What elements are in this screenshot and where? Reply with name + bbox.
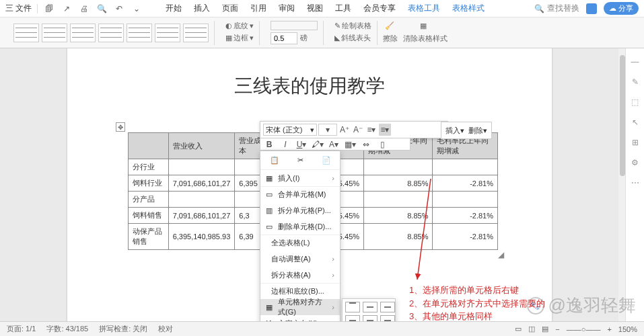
tool-text-icon[interactable]: ⊞ <box>630 137 641 148</box>
erase-button[interactable]: 🧹 擦除 <box>383 22 398 44</box>
ctx-insert[interactable]: ▦插入(I)› <box>260 170 340 186</box>
ctx-autofit[interactable]: 自动调整(A)› <box>260 251 340 267</box>
search-icon: 🔍 <box>534 4 544 13</box>
cut-icon[interactable]: ✂ <box>297 156 303 165</box>
view-mode-icon-3[interactable]: ▤ <box>542 325 548 333</box>
autofit-icon[interactable]: ⇔ <box>360 138 372 151</box>
print-icon[interactable]: 🖨 <box>78 3 90 15</box>
scrollbar-track[interactable] <box>618 48 625 321</box>
tab-3[interactable]: 引用 <box>250 3 266 14</box>
tool-select-icon[interactable]: ⬚ <box>630 97 641 108</box>
table-style-3[interactable] <box>70 24 96 42</box>
table-style-2[interactable] <box>42 24 67 42</box>
draw-table-button[interactable]: ✎ 绘制表格 <box>334 21 371 31</box>
tab-5[interactable]: 视图 <box>307 3 323 14</box>
table-resize-handle[interactable]: ◢ <box>498 250 506 258</box>
tab-0[interactable]: 开始 <box>166 3 182 14</box>
decrease-font-icon[interactable]: A⁻ <box>352 124 364 136</box>
watermark: 🐾 @逸羽轻舞 <box>527 294 636 317</box>
side-toolbar: — ✎ ⬚ ↖ ⊞ ⚙ ⋯ <box>625 48 644 321</box>
table-header[interactable] <box>129 133 169 159</box>
align-tr[interactable] <box>380 302 395 312</box>
tab-6[interactable]: 工具 <box>335 3 351 14</box>
ctx-delete-cell[interactable]: ▭删除单元格(D)... <box>260 218 340 235</box>
paste-icon[interactable]: 📄 <box>322 156 331 165</box>
shade-dropdown[interactable]: ◐ 底纹 ▾ <box>225 21 254 31</box>
file-menu[interactable]: 三 文件 <box>5 3 32 14</box>
tab-7[interactable]: 会员专享 <box>363 3 396 14</box>
line-style-dropdown[interactable] <box>271 21 318 30</box>
tab-9[interactable]: 表格样式 <box>452 3 485 14</box>
zoom-level[interactable]: 150% <box>618 325 637 333</box>
align-tc[interactable] <box>363 302 378 312</box>
tool-pencil-icon[interactable]: ✎ <box>630 77 641 87</box>
table-style-1[interactable] <box>13 24 39 42</box>
table-style-6[interactable] <box>155 24 180 42</box>
font-size-select[interactable]: ▾ <box>318 124 337 136</box>
status-proof[interactable]: 校对 <box>158 324 173 334</box>
align-tl[interactable] <box>345 302 360 312</box>
tab-8[interactable]: 表格工具 <box>408 3 440 14</box>
baidu-icon: 🐾 <box>527 297 544 314</box>
tab-4[interactable]: 审阅 <box>279 3 295 14</box>
copy-icon[interactable]: 📋 <box>270 156 279 165</box>
zoom-in-icon[interactable]: + <box>607 325 611 333</box>
ribbon: ◐ 底纹 ▾ ▦ 边框 ▾ 磅 ✎ 绘制表格 ◣ 斜线表头 🧹 擦除 ▦ 清除表… <box>0 17 644 48</box>
split-icon[interactable]: ▯ <box>376 138 388 151</box>
font-select[interactable]: 宋体 (正文)▾ <box>263 124 317 136</box>
ctx-select-table[interactable]: 全选表格(L) <box>260 235 340 251</box>
ctx-split-table[interactable]: 拆分表格(A)› <box>260 267 340 283</box>
ctx-split-cell[interactable]: ▥拆分单元格(P)... <box>260 202 340 218</box>
cloud-icon[interactable] <box>586 3 597 14</box>
ribbon-tabs: 开始插入页面引用审阅视图工具会员专享表格工具表格样式 <box>166 3 485 14</box>
undo-icon[interactable]: ↶ <box>113 3 125 15</box>
line-spacing-icon[interactable]: ≡▾ <box>365 124 378 136</box>
italic-icon[interactable]: I <box>279 138 291 151</box>
tool-arrow-icon[interactable]: ↖ <box>630 117 641 128</box>
share-button[interactable]: ☁ 分享 <box>604 2 639 15</box>
line-width-input[interactable] <box>271 32 297 44</box>
status-spell[interactable]: 拼写检查: 关闭 <box>99 324 147 334</box>
preview-icon[interactable]: 🔍 <box>96 3 108 15</box>
highlight-icon[interactable]: 🖍▾ <box>312 138 324 151</box>
redo-icon[interactable]: ⌄ <box>131 3 143 15</box>
export-icon[interactable]: ↗ <box>61 3 73 15</box>
table-move-handle[interactable]: ✥ <box>116 122 125 132</box>
table-header[interactable]: 营业收入 <box>168 133 235 159</box>
border-dropdown[interactable]: ▦ 边框 ▾ <box>225 33 254 43</box>
status-words[interactable]: 字数: 43/185 <box>46 324 88 334</box>
zoom-out-icon[interactable]: − <box>555 325 559 333</box>
tool-gear-icon[interactable]: ⚙ <box>630 157 641 168</box>
annotation: 1、选择所需的单元格后右键 2、在单元格对齐方式中选择需要的 3、其他的单元格同… <box>409 284 545 323</box>
align-icon[interactable]: ≡▾ <box>379 124 391 136</box>
insert-dropdown[interactable]: 插入▾ <box>445 126 464 136</box>
table-style-4[interactable] <box>98 24 124 42</box>
delete-dropdown[interactable]: 删除▾ <box>468 126 487 136</box>
context-menu: 📋 ✂ 📄 ▦插入(I)› ▭合并单元格(M) ▥拆分单元格(P)... ▭删除… <box>260 151 341 332</box>
table-style-7[interactable] <box>183 24 209 42</box>
table-style-5[interactable] <box>127 24 152 42</box>
save-icon[interactable]: 🗐 <box>43 3 55 15</box>
mini-toolbar: 宋体 (正文)▾ ▾ A⁺ A⁻ ≡▾ ≡▾ 插入▾ 删除▾ <box>260 121 448 138</box>
bold-icon[interactable]: B <box>263 138 275 151</box>
tool-minus-icon[interactable]: — <box>630 56 641 67</box>
ctx-cell-align[interactable]: ▦单元格对齐方式(G)› <box>260 299 340 315</box>
increase-font-icon[interactable]: A⁺ <box>338 124 351 136</box>
status-bar: 页面: 1/1 字数: 43/185 拼写检查: 关闭 校对 ▭ ◫ ▤ − —… <box>0 321 644 336</box>
view-mode-icon[interactable]: ▭ <box>515 325 522 333</box>
tab-2[interactable]: 页面 <box>222 3 238 14</box>
tab-1[interactable]: 插入 <box>194 3 210 14</box>
diagonal-header-button[interactable]: ◣ 斜线表头 <box>334 33 371 43</box>
merge-icon[interactable]: ▦▾ <box>344 138 356 151</box>
clear-style-button[interactable]: ▦ 清除表格样式 <box>403 22 448 44</box>
view-mode-icon-2[interactable]: ◫ <box>528 325 535 333</box>
search-box[interactable]: 🔍 查找替换 <box>534 3 579 14</box>
underline-icon[interactable]: U▾ <box>295 138 308 151</box>
document-title: 三线表的使用教学 <box>67 73 552 99</box>
font-color-icon[interactable]: A▾ <box>328 138 340 151</box>
ctx-merge[interactable]: ▭合并单元格(M) <box>260 186 340 202</box>
tool-more-icon[interactable]: ⋯ <box>630 177 641 188</box>
status-page[interactable]: 页面: 1/1 <box>7 324 36 334</box>
scrollbar-thumb[interactable] <box>620 55 625 176</box>
